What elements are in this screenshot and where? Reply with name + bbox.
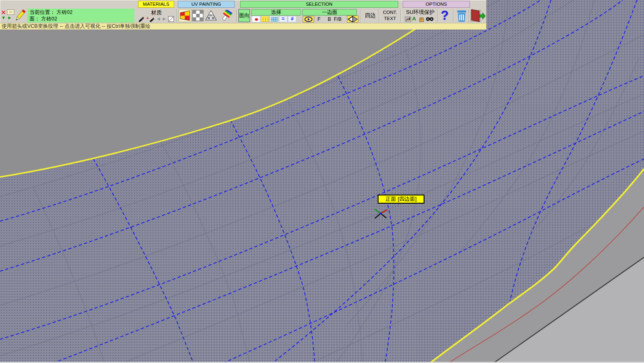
prev-material-icon[interactable]: ◄ xyxy=(156,16,161,22)
close-icon[interactable]: ✕ xyxy=(1,9,6,16)
tab-materials[interactable]: MATERIALS xyxy=(138,1,174,8)
tab-uv-painting[interactable]: UV PAINTING xyxy=(178,1,235,8)
front-face-label[interactable]: F xyxy=(317,16,320,22)
vcb-dash-button[interactable]: -- xyxy=(7,9,14,15)
select-same-icon[interactable]: = xyxy=(279,16,287,22)
visibility-eye-icon[interactable] xyxy=(303,16,314,23)
current-position-line: 当前位置： 方砖02 xyxy=(29,9,134,16)
status-bar: 使用箭头或VCB变换纹理 -- 点击进入可视化 -- 按Ctrl单独强制重绘 xyxy=(0,23,486,29)
face-orientation-button[interactable]: 面向 xyxy=(238,9,250,22)
viewport-3d[interactable] xyxy=(0,0,644,363)
select-single-icon[interactable] xyxy=(252,16,260,22)
select-connected-grid-icon[interactable] xyxy=(270,16,278,22)
select-all-icon[interactable] xyxy=(261,16,269,22)
su-chart-icon[interactable] xyxy=(405,16,411,22)
current-material-info: 当前位置： 方砖02 面： 方砖02 xyxy=(27,9,134,23)
tab-selection[interactable]: SELECTION xyxy=(240,1,398,8)
help-button[interactable]: ? xyxy=(441,8,449,23)
trash-button[interactable] xyxy=(456,10,468,22)
current-face-line: 面： 方砖02 xyxy=(29,16,134,22)
uv-checkerboard-icon[interactable] xyxy=(192,10,204,21)
pick-material-brush-icon[interactable] xyxy=(138,16,146,23)
front-back-label[interactable]: F/B xyxy=(334,16,342,22)
default-material-icon[interactable] xyxy=(168,16,175,23)
select-hash-icon[interactable]: # xyxy=(288,16,296,22)
exit-door-button[interactable] xyxy=(470,9,486,22)
paint-roller-icon[interactable] xyxy=(220,10,234,22)
flip-diamond-icon[interactable] xyxy=(347,16,358,23)
svg-text:+: + xyxy=(146,16,149,20)
paint-cursor-axes xyxy=(371,206,391,222)
next-material-icon[interactable]: ► xyxy=(162,16,167,22)
su-hand-icon[interactable] xyxy=(418,16,425,23)
app-window: 正面 [四边面] MATERIALS UV PAINTING SELECTION… xyxy=(0,0,644,363)
uv-quad-checker-icon[interactable] xyxy=(179,10,191,21)
add-material-brush-icon[interactable]: + xyxy=(146,16,155,23)
su-protect-title: SU环境保护 xyxy=(402,9,438,16)
cont-line1: CONT. xyxy=(380,9,400,16)
uv-projected-cone-icon[interactable] xyxy=(205,10,217,21)
cont-line2: TEXT xyxy=(380,16,400,22)
su-mask-icon[interactable] xyxy=(426,16,434,22)
quad-mode-button[interactable]: 四边 xyxy=(362,12,379,19)
thrupaint-toolbar: MATERIALS UV PAINTING SELECTION OPTIONS … xyxy=(0,0,487,29)
tab-options[interactable]: OPTIONS xyxy=(403,1,470,8)
edge-face-group-title: 一边面 xyxy=(302,9,357,16)
su-autosave-icon[interactable]: A xyxy=(412,16,416,22)
select-group-title: 选择 xyxy=(251,9,301,16)
face-tooltip: 正面 [四边面] xyxy=(378,195,424,204)
back-face-label[interactable]: B xyxy=(328,16,331,22)
continuous-texture-button[interactable]: CONT. TEXT xyxy=(380,9,400,22)
paint-pencil-icon[interactable] xyxy=(15,8,26,22)
triangle-right-icon[interactable]: ► xyxy=(7,15,12,20)
materials-section-title: 材质 xyxy=(138,9,175,16)
triangle-down-icon[interactable]: ▼ xyxy=(1,15,6,20)
